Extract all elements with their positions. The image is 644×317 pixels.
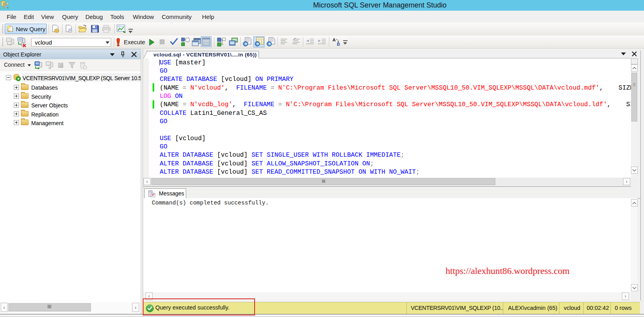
svg-text:A: A bbox=[332, 38, 336, 42]
svg-text:B: B bbox=[337, 42, 340, 47]
